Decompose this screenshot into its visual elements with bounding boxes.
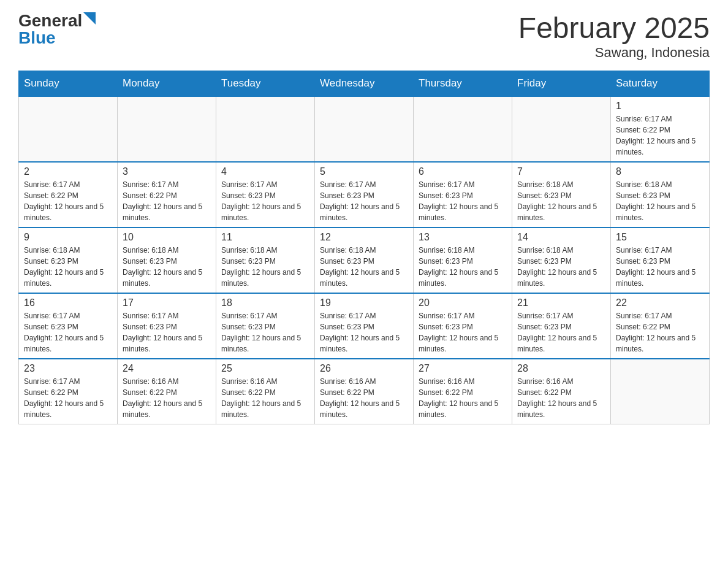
svg-marker-0 <box>83 12 96 25</box>
calendar-week-row: 23Sunrise: 6:17 AM Sunset: 6:22 PM Dayli… <box>19 359 710 424</box>
day-info: Sunrise: 6:18 AM Sunset: 6:23 PM Dayligh… <box>616 179 704 223</box>
col-monday: Monday <box>118 71 216 96</box>
col-tuesday: Tuesday <box>216 71 315 96</box>
day-info: Sunrise: 6:17 AM Sunset: 6:22 PM Dayligh… <box>24 179 112 223</box>
table-row: 17Sunrise: 6:17 AM Sunset: 6:23 PM Dayli… <box>118 293 216 359</box>
table-row: 15Sunrise: 6:17 AM Sunset: 6:23 PM Dayli… <box>611 228 710 293</box>
day-number: 16 <box>24 297 112 308</box>
table-row: 5Sunrise: 6:17 AM Sunset: 6:23 PM Daylig… <box>315 162 414 228</box>
day-number: 1 <box>616 101 704 112</box>
day-number: 20 <box>419 297 507 308</box>
table-row: 10Sunrise: 6:18 AM Sunset: 6:23 PM Dayli… <box>118 228 216 293</box>
day-number: 12 <box>320 232 408 243</box>
day-number: 11 <box>221 232 309 243</box>
table-row: 13Sunrise: 6:18 AM Sunset: 6:23 PM Dayli… <box>414 228 512 293</box>
table-row: 27Sunrise: 6:16 AM Sunset: 6:22 PM Dayli… <box>414 359 512 424</box>
day-info: Sunrise: 6:18 AM Sunset: 6:23 PM Dayligh… <box>24 245 112 289</box>
calendar-header-row: Sunday Monday Tuesday Wednesday Thursday… <box>19 71 710 96</box>
day-info: Sunrise: 6:18 AM Sunset: 6:23 PM Dayligh… <box>221 245 309 289</box>
day-info: Sunrise: 6:17 AM Sunset: 6:23 PM Dayligh… <box>616 245 704 289</box>
table-row: 16Sunrise: 6:17 AM Sunset: 6:23 PM Dayli… <box>19 293 118 359</box>
table-row <box>19 96 118 162</box>
day-info: Sunrise: 6:16 AM Sunset: 6:22 PM Dayligh… <box>320 376 408 420</box>
day-info: Sunrise: 6:17 AM Sunset: 6:22 PM Dayligh… <box>123 179 211 223</box>
calendar-week-row: 9Sunrise: 6:18 AM Sunset: 6:23 PM Daylig… <box>19 228 710 293</box>
table-row: 3Sunrise: 6:17 AM Sunset: 6:22 PM Daylig… <box>118 162 216 228</box>
col-thursday: Thursday <box>414 71 512 96</box>
day-number: 8 <box>616 166 704 177</box>
day-info: Sunrise: 6:18 AM Sunset: 6:23 PM Dayligh… <box>320 245 408 289</box>
table-row <box>414 96 512 162</box>
day-number: 4 <box>221 166 309 177</box>
day-info: Sunrise: 6:17 AM Sunset: 6:23 PM Dayligh… <box>320 310 408 354</box>
table-row: 9Sunrise: 6:18 AM Sunset: 6:23 PM Daylig… <box>19 228 118 293</box>
day-info: Sunrise: 6:17 AM Sunset: 6:23 PM Dayligh… <box>123 310 211 354</box>
day-info: Sunrise: 6:17 AM Sunset: 6:23 PM Dayligh… <box>24 310 112 354</box>
col-sunday: Sunday <box>19 71 118 96</box>
page-header: General Blue February 2025 Sawang, Indon… <box>18 12 710 61</box>
table-row: 24Sunrise: 6:16 AM Sunset: 6:22 PM Dayli… <box>118 359 216 424</box>
day-number: 26 <box>320 363 408 374</box>
day-number: 15 <box>616 232 704 243</box>
day-info: Sunrise: 6:17 AM Sunset: 6:23 PM Dayligh… <box>221 310 309 354</box>
table-row: 26Sunrise: 6:16 AM Sunset: 6:22 PM Dayli… <box>315 359 414 424</box>
day-info: Sunrise: 6:17 AM Sunset: 6:23 PM Dayligh… <box>221 179 309 223</box>
day-number: 14 <box>517 232 605 243</box>
day-info: Sunrise: 6:18 AM Sunset: 6:23 PM Dayligh… <box>517 245 605 289</box>
day-number: 25 <box>221 363 309 374</box>
table-row <box>512 96 611 162</box>
col-saturday: Saturday <box>611 71 710 96</box>
logo-general: General <box>18 12 82 29</box>
table-row <box>216 96 315 162</box>
table-row: 11Sunrise: 6:18 AM Sunset: 6:23 PM Dayli… <box>216 228 315 293</box>
table-row: 23Sunrise: 6:17 AM Sunset: 6:22 PM Dayli… <box>19 359 118 424</box>
day-info: Sunrise: 6:18 AM Sunset: 6:23 PM Dayligh… <box>123 245 211 289</box>
calendar-table: Sunday Monday Tuesday Wednesday Thursday… <box>18 71 710 424</box>
day-number: 2 <box>24 166 112 177</box>
logo-arrow-icon <box>83 12 96 25</box>
day-number: 27 <box>419 363 507 374</box>
table-row: 12Sunrise: 6:18 AM Sunset: 6:23 PM Dayli… <box>315 228 414 293</box>
table-row <box>118 96 216 162</box>
day-info: Sunrise: 6:18 AM Sunset: 6:23 PM Dayligh… <box>419 245 507 289</box>
logo-blue: Blue <box>18 28 56 47</box>
day-number: 22 <box>616 297 704 308</box>
table-row: 6Sunrise: 6:17 AM Sunset: 6:23 PM Daylig… <box>414 162 512 228</box>
title-section: February 2025 Sawang, Indonesia <box>518 12 710 61</box>
table-row: 25Sunrise: 6:16 AM Sunset: 6:22 PM Dayli… <box>216 359 315 424</box>
day-info: Sunrise: 6:17 AM Sunset: 6:23 PM Dayligh… <box>419 310 507 354</box>
day-number: 5 <box>320 166 408 177</box>
table-row: 20Sunrise: 6:17 AM Sunset: 6:23 PM Dayli… <box>414 293 512 359</box>
location-title: Sawang, Indonesia <box>518 45 710 61</box>
day-number: 18 <box>221 297 309 308</box>
calendar-week-row: 2Sunrise: 6:17 AM Sunset: 6:22 PM Daylig… <box>19 162 710 228</box>
day-number: 6 <box>419 166 507 177</box>
day-info: Sunrise: 6:17 AM Sunset: 6:22 PM Dayligh… <box>616 113 704 158</box>
day-info: Sunrise: 6:17 AM Sunset: 6:23 PM Dayligh… <box>517 310 605 354</box>
day-number: 3 <box>123 166 211 177</box>
day-info: Sunrise: 6:16 AM Sunset: 6:22 PM Dayligh… <box>221 376 309 420</box>
day-number: 9 <box>24 232 112 243</box>
table-row: 1Sunrise: 6:17 AM Sunset: 6:22 PM Daylig… <box>611 96 710 162</box>
day-info: Sunrise: 6:17 AM Sunset: 6:22 PM Dayligh… <box>24 376 112 420</box>
day-number: 21 <box>517 297 605 308</box>
table-row: 14Sunrise: 6:18 AM Sunset: 6:23 PM Dayli… <box>512 228 611 293</box>
calendar-week-row: 16Sunrise: 6:17 AM Sunset: 6:23 PM Dayli… <box>19 293 710 359</box>
day-info: Sunrise: 6:17 AM Sunset: 6:22 PM Dayligh… <box>616 310 704 354</box>
day-number: 10 <box>123 232 211 243</box>
day-number: 13 <box>419 232 507 243</box>
day-info: Sunrise: 6:17 AM Sunset: 6:23 PM Dayligh… <box>320 179 408 223</box>
col-wednesday: Wednesday <box>315 71 414 96</box>
day-info: Sunrise: 6:16 AM Sunset: 6:22 PM Dayligh… <box>517 376 605 420</box>
month-title: February 2025 <box>518 12 710 45</box>
table-row: 19Sunrise: 6:17 AM Sunset: 6:23 PM Dayli… <box>315 293 414 359</box>
day-info: Sunrise: 6:16 AM Sunset: 6:22 PM Dayligh… <box>419 376 507 420</box>
table-row: 2Sunrise: 6:17 AM Sunset: 6:22 PM Daylig… <box>19 162 118 228</box>
table-row: 8Sunrise: 6:18 AM Sunset: 6:23 PM Daylig… <box>611 162 710 228</box>
day-number: 24 <box>123 363 211 374</box>
day-info: Sunrise: 6:18 AM Sunset: 6:23 PM Dayligh… <box>517 179 605 223</box>
col-friday: Friday <box>512 71 611 96</box>
table-row: 22Sunrise: 6:17 AM Sunset: 6:22 PM Dayli… <box>611 293 710 359</box>
table-row: 28Sunrise: 6:16 AM Sunset: 6:22 PM Dayli… <box>512 359 611 424</box>
table-row: 18Sunrise: 6:17 AM Sunset: 6:23 PM Dayli… <box>216 293 315 359</box>
